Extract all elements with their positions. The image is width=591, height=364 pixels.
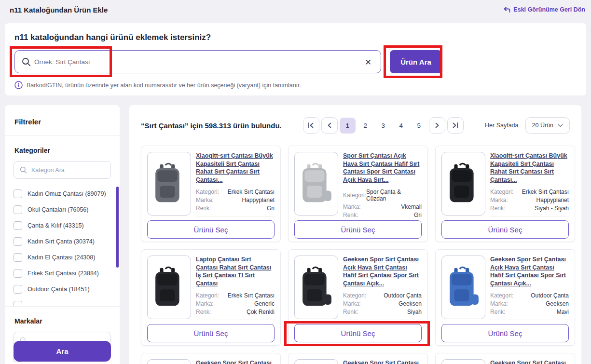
filters-title: Filtreler xyxy=(5,118,120,126)
category-label: Erkek Sırt Çantası (23884) xyxy=(27,270,99,277)
product-search-box: ✕ xyxy=(14,50,381,73)
results-panel: “Sırt Çantası” için 598.313 ürün bulundu… xyxy=(129,105,581,364)
checkbox[interactable] xyxy=(14,205,22,214)
category-checkbox-item[interactable]: Kadın El Çantası (24308) xyxy=(14,249,111,265)
brand-label: Marka: xyxy=(490,197,508,203)
return-arrow-icon xyxy=(504,7,510,13)
select-product-button[interactable]: Ürünü Seç xyxy=(441,220,569,239)
category-label: Kategori: xyxy=(490,292,513,299)
product-card: Spor Sırt Çantası Açık Hava Sırt Çantası… xyxy=(288,146,428,242)
search-products-button[interactable]: Ürün Ara xyxy=(390,50,442,73)
results-summary: “Sırt Çantası” için 598.313 ürün bulundu… xyxy=(141,121,282,130)
product-search-input[interactable] xyxy=(34,58,361,66)
pagination-page-5[interactable]: 5 xyxy=(411,118,427,134)
category-label: Kadın El Çantası (24308) xyxy=(27,254,95,261)
divider xyxy=(5,135,120,136)
product-card: Laptop Çantası Sırt Çantası Rahat Sırt Ç… xyxy=(141,249,281,346)
checkbox[interactable] xyxy=(14,237,22,246)
per-page-dropdown[interactable]: 20 Ürün xyxy=(525,117,570,134)
checkbox[interactable] xyxy=(14,301,22,307)
category-search-input[interactable] xyxy=(31,167,105,174)
category-checkbox-item[interactable]: Çanta & Kılıf (43315) xyxy=(14,217,111,233)
divider xyxy=(343,320,422,320)
category-checkbox-partial[interactable] xyxy=(14,297,111,306)
product-title-link[interactable]: Geeksen Spor Sırt Çantası Açık Hava Sırt… xyxy=(490,256,569,287)
category-value: Spor Çanta & Cüzdan xyxy=(366,189,422,202)
back-link-label: Eski Görünüme Geri Dön xyxy=(513,6,585,13)
product-title-link[interactable]: Geeksen Spor Sırt Çantası Açık Hava Sırt… xyxy=(490,359,569,364)
category-checkbox-item[interactable]: Outdoor Çanta (18451) xyxy=(14,281,111,297)
search-icon xyxy=(20,166,27,174)
category-label: Outdoor Çanta (18451) xyxy=(27,286,90,293)
category-scrollbar-thumb[interactable] xyxy=(116,187,119,268)
color-label: Renk: xyxy=(343,309,358,315)
product-card-partial: Geeksen Spor Sırt Çantası Açık Hava Sırt… xyxy=(141,353,281,364)
category-checkbox-item[interactable]: Erkek Sırt Çantası (23884) xyxy=(14,265,111,281)
product-title-link[interactable]: Spor Sırt Çantası Açık Hava Sırt Çantası… xyxy=(343,152,422,184)
select-product-button[interactable]: Ürünü Seç xyxy=(294,324,422,342)
first-page-button[interactable] xyxy=(303,117,319,134)
apply-filters-button[interactable]: Ara xyxy=(14,341,111,362)
pagination-page-3[interactable]: 3 xyxy=(375,118,391,134)
category-search-box xyxy=(14,161,111,179)
pagination: 12345 xyxy=(303,117,464,134)
product-image xyxy=(294,152,338,216)
product-title-link[interactable]: Xiaoqitt-sırt Çantası Büyük Kapasiteli S… xyxy=(490,152,569,184)
category-checkbox-item[interactable]: Kadın Sırt Çanta (30374) xyxy=(14,233,111,249)
select-product-button[interactable]: Ürünü Seç xyxy=(441,324,569,342)
select-product-button[interactable]: Ürünü Seç xyxy=(147,324,275,342)
category-checkbox-item[interactable]: Okul Çantaları (76056) xyxy=(14,202,111,217)
barcode-info-text: Barkod/GTIN, ürünün üzerinde yer alan ko… xyxy=(27,82,301,89)
product-title-link[interactable]: Geeksen Spor Sırt Çantası Açık Hava Sırt… xyxy=(196,359,275,364)
checkbox[interactable] xyxy=(14,285,22,294)
product-image xyxy=(147,152,191,216)
color-value: Gri xyxy=(267,205,275,212)
category-label: Çanta & Kılıf (43315) xyxy=(27,222,84,229)
category-label: Kadın Omuz Çantası (89079) xyxy=(27,190,106,197)
pagination-page-2[interactable]: 2 xyxy=(357,118,373,134)
divider xyxy=(5,306,120,307)
pagination-page-4[interactable]: 4 xyxy=(393,118,409,134)
color-value: Siyah - Siyah xyxy=(535,205,569,212)
product-image xyxy=(441,359,485,364)
checkbox[interactable] xyxy=(14,269,22,278)
color-value: Gri xyxy=(414,212,422,218)
per-page-value: 20 Ürün xyxy=(532,122,553,129)
pagination-page-1[interactable]: 1 xyxy=(340,118,356,134)
select-product-button[interactable]: Ürünü Seç xyxy=(147,220,275,239)
prev-page-button[interactable] xyxy=(321,117,338,134)
info-icon xyxy=(14,81,23,89)
category-value: Erkek Sırt Çantası xyxy=(228,189,275,195)
search-panel: n11 kataloğundan hangi ürünü eklemek ist… xyxy=(5,23,586,95)
checkbox[interactable] xyxy=(14,189,22,198)
categories-heading: Kategoriler xyxy=(5,147,120,154)
brand-value: Geeksen xyxy=(546,300,569,307)
chevron-down-icon xyxy=(558,124,563,127)
clear-search-icon[interactable]: ✕ xyxy=(362,56,374,68)
brand-label: Marka: xyxy=(343,300,361,307)
back-to-old-view-link[interactable]: Eski Görünüme Geri Dön xyxy=(504,6,585,13)
product-title-link[interactable]: Geeksen Spor Sırt Çantası Açık Hava Sırt… xyxy=(343,359,422,364)
category-value: Outdoor Çanta xyxy=(531,292,569,299)
brand-value: Geeksen xyxy=(399,300,422,307)
last-page-button[interactable] xyxy=(447,117,464,134)
checkbox[interactable] xyxy=(14,253,22,262)
divider xyxy=(196,320,275,320)
checkbox[interactable] xyxy=(14,221,22,230)
search-heading: n11 kataloğundan hangi ürünü eklemek ist… xyxy=(14,33,577,42)
category-label: Okul Çantaları (76056) xyxy=(27,206,88,213)
next-page-button[interactable] xyxy=(429,117,445,134)
category-checkbox-item[interactable]: Kadın Omuz Çantası (89079) xyxy=(14,186,111,202)
product-card: Geeksen Spor Sırt Çantası Açık Hava Sırt… xyxy=(288,249,428,346)
product-image xyxy=(294,256,338,319)
product-title-link[interactable]: Geeksen Spor Sırt Çantası Açık Hava Sırt… xyxy=(343,256,422,287)
pagination-pages: 12345 xyxy=(340,118,427,134)
product-title-link[interactable]: Xiaoqitt-sırt Çantası Büyük Kapasiteli S… xyxy=(196,152,275,184)
product-card-partial: Geeksen Spor Sırt Çantası Açık Hava Sırt… xyxy=(288,353,428,364)
color-value: Mavi xyxy=(557,309,569,315)
brand-label: Marka: xyxy=(196,300,214,307)
category-label: Kategori: xyxy=(490,189,513,195)
select-product-button[interactable]: Ürünü Seç xyxy=(294,220,422,239)
product-title-link[interactable]: Laptop Çantası Sırt Çantası Rahat Sırt Ç… xyxy=(196,256,275,287)
product-image xyxy=(441,256,485,319)
